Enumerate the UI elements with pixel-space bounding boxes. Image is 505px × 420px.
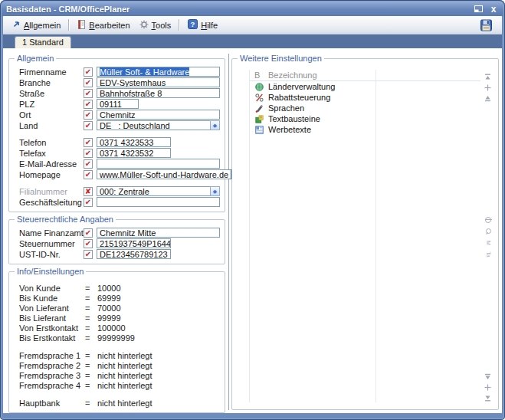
page-up-icon[interactable] — [484, 94, 491, 101]
info-value: nicht hinterlegt — [97, 351, 220, 360]
field-check-icon[interactable]: ✔ — [84, 138, 93, 147]
close-icon[interactable]: x — [487, 4, 500, 15]
scroll-to-bottom-icon[interactable] — [484, 394, 491, 401]
column-bezeichnung[interactable]: Bezeichnung — [268, 71, 375, 80]
scroll-up-icon[interactable] — [484, 84, 491, 90]
restore-window-icon[interactable] — [472, 4, 484, 15]
field-check-icon[interactable]: ✔ — [84, 159, 93, 169]
field-check-icon[interactable]: ✔ — [84, 100, 93, 109]
right-column: Weitere Einstellungen B Bezeichnung Länd… — [231, 54, 499, 410]
field-cross-icon[interactable]: ✘ — [84, 187, 93, 196]
titlebar[interactable]: Basisdaten - CRM/OfficePlaner x — [2, 2, 503, 16]
firmenname-input[interactable]: Müller Soft- & Hardware — [97, 67, 220, 77]
filialnummer-combobox[interactable]: 000: Zentrale ◆ — [97, 186, 220, 196]
geschaeftsleitung-input[interactable] — [97, 197, 220, 207]
table-scroll-rail: M Ta — [482, 67, 494, 405]
edit-page-icon — [77, 20, 86, 31]
window-title: Basisdaten - CRM/OfficePlaner — [6, 5, 469, 14]
table-row[interactable]: Werbetexte — [250, 124, 480, 135]
page-down-icon[interactable] — [484, 372, 491, 379]
group-weitere: Weitere Einstellungen B Bezeichnung Länd… — [231, 58, 499, 410]
branche-input[interactable]: EDV-Systemhaus — [97, 77, 220, 87]
field-filialnummer: Filialnummer ✘ 000: Zentrale ◆ — [19, 186, 220, 196]
info-row: Fremdsprache 1=nicht hinterlegt — [19, 351, 220, 360]
tab-standard[interactable]: 1 Standard — [15, 36, 71, 48]
info-row: Fremdsprache 2=nicht hinterlegt — [19, 361, 220, 370]
adtext-icon — [250, 126, 268, 134]
plz-input[interactable]: 09111 — [97, 99, 139, 109]
field-check-icon[interactable]: ✔ — [84, 78, 93, 87]
toolbar-separator — [68, 19, 70, 31]
help-icon: ? — [188, 19, 198, 31]
textblocks-icon — [250, 115, 268, 123]
info-row: Bis Erstkontakt=99999999 — [19, 333, 220, 343]
settings-table: B Bezeichnung Länderverwaltung — [249, 70, 480, 402]
ustid-input[interactable]: DE123456789123 — [97, 249, 171, 259]
ort-input[interactable]: Chemnitz — [97, 110, 220, 120]
finanzamt-input[interactable]: Chemnitz Mitte — [97, 228, 220, 238]
chevron-updown-icon[interactable]: ◆ — [210, 186, 220, 196]
menu-tools[interactable]: Tools — [135, 18, 176, 32]
mark-icon[interactable]: M — [484, 239, 492, 247]
field-firmenname: Firmenname ✔ Müller Soft- & Hardware — [19, 67, 220, 77]
info-row: Fremdsprache 3=nicht hinterlegt — [19, 371, 220, 380]
globe-icon — [250, 83, 268, 91]
land-combobox[interactable]: DE : Deutschland ◆ — [97, 120, 220, 130]
field-telefon: Telefon ✔ 0371 4323533 — [19, 137, 220, 147]
table-row[interactable]: Rabattsteuerung — [250, 92, 480, 103]
group-info-title: Info/Einstellungen — [15, 267, 86, 276]
search-icon[interactable] — [484, 228, 492, 235]
field-check-icon[interactable]: ✔ — [84, 149, 93, 158]
field-finanzamt: Name Finanzamt ✔ Chemnitz Mitte — [19, 228, 220, 238]
scroll-down-icon[interactable] — [484, 383, 491, 390]
steuernummer-input[interactable]: 2151937549P1644 — [97, 238, 171, 248]
homepage-input[interactable]: www.Müller-Soft-und-Hardware.de — [97, 169, 231, 179]
info-value: 69999 — [97, 294, 220, 303]
toolbar-separator — [179, 19, 180, 31]
column-b[interactable]: B — [250, 71, 268, 80]
info-row: Bis Lieferant=99999 — [19, 313, 220, 323]
svg-text:?: ? — [191, 20, 195, 28]
field-check-icon[interactable]: ✔ — [84, 121, 93, 130]
email-input[interactable] — [97, 159, 220, 169]
field-land: Land ✔ DE : Deutschland ◆ — [19, 120, 220, 130]
save-floppy-icon[interactable] — [475, 18, 497, 33]
field-steuernummer: Steuernummer ✔ 2151937549P1644 — [19, 238, 220, 248]
field-email: E-Mail-Adresse ✔ — [19, 159, 220, 169]
field-check-icon[interactable]: ✔ — [84, 198, 93, 207]
tools-icon — [139, 20, 149, 31]
scroll-up-controls — [484, 73, 491, 101]
field-check-icon[interactable]: ✔ — [84, 250, 93, 259]
menu-bearbeiten[interactable]: Bearbeiten — [73, 18, 134, 32]
strasse-input[interactable]: Bahnhofstraße 8 — [97, 88, 220, 98]
field-check-icon[interactable]: ✔ — [84, 89, 93, 98]
field-check-icon[interactable]: ✔ — [84, 239, 93, 248]
menu-hilfe[interactable]: ? Hilfe — [183, 18, 222, 32]
table-header[interactable]: B Bezeichnung — [250, 70, 480, 81]
left-column: Allgemein Firmenname ✔ Müller Soft- & Ha… — [8, 54, 225, 410]
field-check-icon[interactable]: ✔ — [84, 110, 93, 120]
field-check-icon[interactable]: ✔ — [84, 67, 93, 77]
telefon-input[interactable]: 0371 4323533 — [97, 137, 171, 147]
table-row[interactable]: Sprachen — [250, 103, 480, 113]
field-check-icon[interactable]: ✔ — [84, 170, 93, 179]
table-row[interactable]: Textbausteine — [250, 113, 480, 124]
table-row[interactable]: Länderverwaltung — [250, 81, 480, 92]
group-weitere-title: Weitere Einstellungen — [238, 54, 324, 63]
telefax-input[interactable]: 0371 4323532 — [97, 148, 171, 158]
view-icon[interactable]: Ta — [484, 251, 492, 258]
group-steuer: Steuerrechtliche Angaben Name Finanzamt … — [8, 219, 225, 264]
chevron-updown-icon[interactable]: ◆ — [210, 120, 220, 130]
percent-icon — [250, 94, 268, 102]
field-check-icon[interactable]: ✔ — [84, 228, 93, 238]
filter-icon[interactable] — [484, 216, 492, 224]
panel-splitter[interactable] — [228, 54, 229, 410]
scroll-to-top-icon[interactable] — [484, 73, 491, 80]
menu-allgemein[interactable]: Allgemein — [8, 18, 65, 31]
group-allgemein-title: Allgemein — [15, 54, 56, 63]
info-value: nicht hinterlegt — [97, 399, 220, 408]
field-branche: Branche ✔ EDV-Systemhaus — [19, 77, 220, 87]
info-value: nicht hinterlegt — [97, 381, 220, 390]
info-value: 10000 — [97, 284, 220, 293]
info-row: Von Kunde=10000 — [19, 284, 220, 293]
